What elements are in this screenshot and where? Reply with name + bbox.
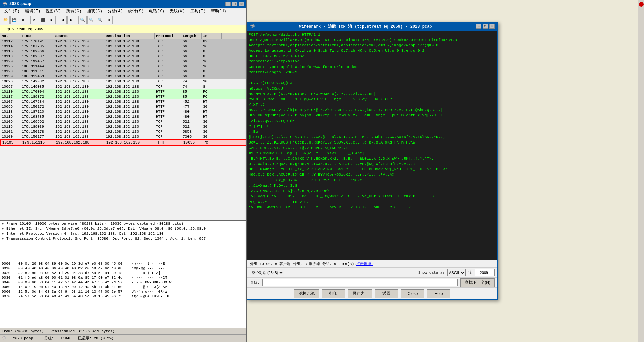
menu-view[interactable]: 视图(V) (43, 8, 64, 15)
cell-src: 192.168.162.130 (54, 39, 104, 44)
toolbar-close[interactable]: ✕ (19, 16, 27, 24)
toolbar-sep3 (77, 16, 77, 24)
toolbar-save[interactable]: 💾 (10, 16, 18, 24)
toolbar-columns[interactable]: ⊞ (105, 16, 113, 24)
table-row[interactable]: 10109 179.169992 192.168.162.188 192.168… (0, 119, 246, 124)
toolbar-reload[interactable]: ↺ (30, 16, 38, 24)
help-button[interactable]: Help (427, 289, 450, 298)
detail-row[interactable]: ▶ Internet Protocol Version 4, Src: 192.… (0, 231, 246, 236)
dialog-title-icon: 🦈 (250, 24, 255, 29)
cell-time: 179.170191 (20, 39, 54, 44)
shark-icon: 🦈 (2, 336, 6, 340)
detail-row[interactable]: ▶ Transmission Control Protocol, Src Por… (0, 236, 246, 241)
table-row[interactable]: 10097 179.149085 192.168.162.130 192.168… (0, 84, 246, 89)
menu-wireless[interactable]: 无线(W) (167, 8, 188, 15)
dialog-content: POST /e/admin/didi.php HTTP/1.1 User-Age… (247, 31, 497, 260)
col-time: Time (20, 33, 54, 39)
stream-filter-select[interactable]: 整个对话 (25kB) (250, 269, 284, 276)
table-row[interactable]: 10112 179.170191 192.168.162.130 192.168… (0, 39, 246, 44)
table-row[interactable]: 10128 188.311811 192.168.162.130 192.168… (0, 69, 246, 74)
table-row[interactable]: 10117 179.189372 192.168.162.188 192.168… (0, 94, 246, 99)
table-row[interactable]: 10099 179.150172 192.168.162.130 192.168… (0, 104, 246, 109)
cell-no: 10112 (0, 39, 20, 44)
hex-bytes: 00 00 b0 53 04 11 42 57 42 44 4b 47 55 4… (18, 280, 132, 284)
menu-edit[interactable]: 编辑(E) (22, 8, 43, 15)
table-row[interactable]: 10125 188.311444 192.168.162.188 192.168… (0, 64, 246, 69)
hex-row: 0060 12 5c 0d 34 68 3a 6f 6f 6f 11 10 13… (0, 289, 246, 294)
maximize-button[interactable]: □ (232, 2, 237, 6)
menu-goto[interactable]: 跳转(G) (64, 8, 85, 15)
toolbar-forward[interactable]: ▶ (67, 16, 75, 24)
hex-ascii: ···S··BW·BDK·GUO·W (132, 280, 245, 284)
menu-phone[interactable]: 电话(Y) (146, 8, 167, 15)
table-row[interactable]: 10096 179.149032 192.168.162.188 192.168… (0, 79, 246, 84)
col-dest: Destination (104, 33, 155, 39)
toolbar-back[interactable]: ◀ (59, 16, 67, 24)
hex-dump: 0000 00 0c 29 08 04 89 00 0c 29 3d e7 e0… (0, 261, 246, 328)
show-as-select[interactable]: ASCII HEX UTF-8 (447, 269, 466, 276)
toolbar-open[interactable]: 📂 (2, 16, 10, 24)
detail-text: Transmission Control Protocol, Src Port:… (6, 237, 206, 241)
menu-tools[interactable]: 工具(T) (187, 8, 208, 15)
minimize-button[interactable]: ─ (225, 2, 231, 6)
save-as-button[interactable]: 另存为... (348, 289, 372, 298)
stream-num-label: 流 (468, 270, 472, 275)
detail-row[interactable]: ▶ Frame 10105: 10036 bytes on wire (8028… (0, 221, 246, 226)
dialog-minimize-button[interactable]: ─ (476, 24, 481, 29)
toolbar-stop[interactable]: ⬛ (39, 16, 47, 24)
hex-offset: 0060 (2, 290, 18, 294)
dialog-footer: 分组 10100. 8 客户端 分组, 3 服务器 分组, 5 turn(s).… (247, 260, 497, 267)
search-input[interactable] (262, 279, 458, 286)
toolbar-zoom-in[interactable]: 🔍 (78, 16, 87, 24)
menu-analyze[interactable]: 分析(A) (105, 8, 126, 15)
table-row[interactable]: 10115 179.189039 192.168.162.188 192.168… (0, 124, 246, 129)
filter-input[interactable]: tcp.stream eq 2069 (2, 26, 245, 32)
toolbar-zoom-out[interactable]: 🔍 (87, 16, 95, 24)
menu-statistics[interactable]: 统计(S) (126, 8, 147, 15)
table-row[interactable]: 10101 179.150178 192.168.162.188 192.168… (0, 129, 246, 134)
table-row[interactable]: 10107 179.167284 192.168.162.130 192.168… (0, 99, 246, 104)
print-button[interactable]: 打印 (322, 289, 345, 298)
table-row[interactable]: 10100 179.150177 192.168.162.188 192.168… (0, 134, 246, 139)
detail-row[interactable]: ▶ Ethernet II, Src: VMware_3d:e7:e0 (00:… (0, 226, 246, 231)
menu-help[interactable]: 帮助(H) (208, 8, 229, 15)
close-button-dialog[interactable]: Close (401, 289, 424, 298)
find-next-button[interactable]: 查找下一个(N) (460, 278, 495, 287)
hex-offset: 0040 (2, 280, 18, 284)
table-row[interactable]: 10118 179.189387 192.168.162.130 192.168… (0, 54, 246, 59)
table-row[interactable]: 10130 188.312453 192.168.162.130 192.168… (0, 74, 246, 79)
menu-capture[interactable]: 捕获(C) (84, 8, 105, 15)
reassembled-info: Reassembled TCP (23413 bytes) (50, 329, 114, 333)
table-row[interactable]: 10120 179.199457 192.168.162.130 192.168… (0, 59, 246, 64)
hex-bytes: 14 09 19 0b 04 40 18 47 0e 12 4a 5b 41 0… (18, 285, 132, 289)
back-button[interactable]: 返回 (375, 289, 398, 298)
show-as-label: Show data as (418, 271, 445, 275)
hex-ascii: ··············2M (132, 276, 245, 280)
toolbar-zoom-normal[interactable]: 🔍 (96, 16, 104, 24)
stream-number-input[interactable] (475, 269, 495, 276)
hex-bytes: 74 51 5e 53 04 40 4c 41 54 48 5c 50 16 4… (18, 294, 132, 298)
toolbar-start[interactable]: ▶ (48, 16, 56, 24)
dialog-close-button[interactable]: ✕ (489, 24, 495, 29)
main-title: 2023.pcap (9, 2, 31, 6)
table-row[interactable]: 10119 179.198785 192.168.162.130 192.168… (0, 114, 246, 119)
hex-bytes: 00 0c 29 08 04 89 00 0c 29 3d e7 e0 08 0… (18, 262, 132, 266)
main-window-controls: ─ □ ✕ (225, 2, 244, 6)
table-row[interactable]: 10113 179.187120 192.168.162.130 192.168… (0, 109, 246, 114)
selected-packet-row[interactable]: 10105 179.151115 192.168.162.188 192.168… (0, 139, 246, 146)
status-indicator (639, 2, 644, 7)
dialog-maximize-button[interactable]: □ (483, 24, 488, 29)
close-button[interactable]: ✕ (239, 2, 244, 6)
hex-bytes: 00 40 40 40 40 06 40 40 40 b2 c0 a8 a2 b… (18, 266, 132, 270)
table-row[interactable]: 10110 179.170004 192.168.162.188 192.168… (0, 89, 246, 94)
cell-dst: 192.168.162.188 (104, 39, 155, 44)
cell-proto: TCP (155, 39, 181, 44)
dialog-controls: 整个对话 (25kB) Show data as ASCII HEX UTF-8… (247, 267, 497, 277)
menu-file[interactable]: 文件(F) (2, 8, 22, 15)
detail-text: Frame 10105: 10036 bytes on wire (80288 … (6, 222, 183, 226)
click-to-select-link[interactable]: 点击选择. (356, 261, 373, 266)
table-row[interactable]: 10116 179.189066 192.168.162.130 192.168… (0, 49, 246, 54)
detail-text: Ethernet II, Src: VMware_3d:e7:e0 (00:0c… (6, 227, 206, 231)
table-row[interactable]: 10114 179.187785 192.168.162.130 192.168… (0, 44, 246, 49)
filter-stream-button[interactable]: 滤掉此流 (294, 289, 319, 298)
